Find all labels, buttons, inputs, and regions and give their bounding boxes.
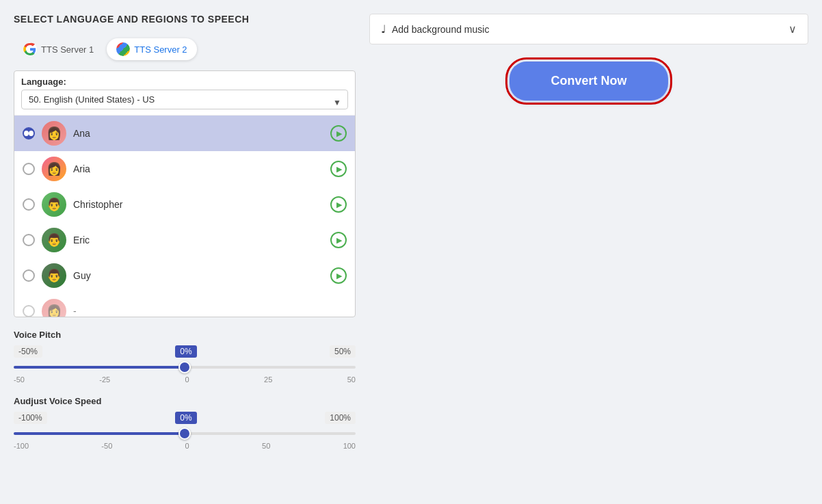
- play-btn-aria[interactable]: [330, 161, 347, 177]
- voice-pitch-section: Voice Pitch -50% 0% 50% -50 -25 0 25 50: [14, 330, 356, 384]
- left-panel: SELECT LANGUAGE AND REGIONS TO SPEECH TT…: [14, 14, 356, 490]
- voice-item-aria[interactable]: 👩 Aria: [14, 151, 355, 187]
- tts-server-2-label: TTS Server 2: [134, 44, 187, 55]
- voice-name-ana: Ana: [73, 128, 323, 139]
- voice-radio-ana: [23, 127, 35, 140]
- add-music-left: ♩ Add background music: [381, 23, 489, 36]
- voice-speed-track: [14, 432, 356, 435]
- voice-item-guy[interactable]: 👨 Guy: [14, 258, 355, 293]
- voice-radio-eric: [23, 234, 35, 246]
- voice-avatar-partial: 👩: [42, 299, 66, 317]
- convert-now-button[interactable]: Convert Now: [509, 62, 667, 101]
- voice-name-christopher: Christopher: [73, 199, 323, 210]
- voice-speed-section: Audjust Voice Speed -100% 0% 100% -100 -…: [14, 396, 356, 450]
- voice-name-eric: Eric: [73, 235, 323, 246]
- add-background-music-bar[interactable]: ♩ Add background music ∨: [369, 14, 808, 44]
- voice-pitch-max-badge: 50%: [330, 345, 356, 358]
- voice-avatar-guy: 👨: [42, 263, 66, 288]
- voice-avatar-eric: 👨: [42, 228, 66, 252]
- play-btn-guy[interactable]: [330, 267, 347, 284]
- language-select-wrapper: 50. English (United States) - US ▼: [14, 90, 355, 115]
- language-label: Language:: [14, 71, 355, 90]
- server-tabs: TTS Server 1 TTS Server 2: [14, 38, 356, 60]
- add-music-label: Add background music: [392, 24, 489, 35]
- voice-speed-slider-wrapper[interactable]: [14, 427, 356, 440]
- voice-speed-max-badge: 100%: [325, 412, 356, 424]
- voice-name-aria: Aria: [73, 163, 323, 174]
- voices-box: Language: 50. English (United States) - …: [14, 70, 356, 317]
- voice-speed-ticks: -100 -50 0 50 100: [14, 442, 356, 450]
- voice-name-guy: Guy: [73, 270, 323, 281]
- voice-pitch-thumb[interactable]: [178, 361, 191, 373]
- voice-pitch-current-badge: 0%: [175, 345, 196, 358]
- voice-speed-title: Audjust Voice Speed: [14, 396, 356, 406]
- voice-radio-partial: [23, 305, 35, 317]
- voice-pitch-title: Voice Pitch: [14, 330, 356, 340]
- voice-speed-current-badge: 0%: [175, 412, 196, 424]
- tts2-icon: [116, 42, 130, 56]
- play-btn-christopher[interactable]: [330, 196, 347, 213]
- voice-speed-fill: [14, 432, 185, 435]
- voice-pitch-fill: [14, 366, 185, 369]
- voice-avatar-aria: 👩: [42, 157, 66, 181]
- tts-server-1-label: TTS Server 1: [41, 44, 94, 55]
- chevron-down-icon: ∨: [788, 23, 797, 36]
- voice-pitch-min-badge: -50%: [14, 345, 42, 358]
- voice-pitch-slider-wrapper[interactable]: [14, 360, 356, 374]
- voice-list: 👩 Ana 👩 Aria 👨 Christopher: [14, 115, 355, 317]
- voice-radio-christopher: [23, 198, 35, 211]
- voice-speed-thumb[interactable]: [178, 427, 191, 440]
- right-panel: ♩ Add background music ∨ Convert Now: [369, 14, 808, 490]
- convert-btn-wrapper: Convert Now: [369, 62, 808, 101]
- language-select[interactable]: 50. English (United States) - US: [21, 90, 348, 109]
- play-btn-eric[interactable]: [330, 232, 347, 248]
- voice-pitch-labels: -50% 0% 50%: [14, 345, 356, 358]
- voice-pitch-ticks: -50 -25 0 25 50: [14, 375, 356, 384]
- voice-radio-aria: [23, 163, 35, 175]
- voice-item-partial[interactable]: 👩 -: [14, 293, 355, 317]
- google-icon: [23, 42, 37, 56]
- voice-avatar-christopher: 👨: [42, 192, 66, 217]
- tts-server-2-tab[interactable]: TTS Server 2: [107, 38, 196, 60]
- voice-item-christopher[interactable]: 👨 Christopher: [14, 187, 355, 222]
- tts-server-1-tab[interactable]: TTS Server 1: [14, 38, 103, 60]
- section-title: SELECT LANGUAGE AND REGIONS TO SPEECH: [14, 14, 356, 25]
- voice-item-eric[interactable]: 👨 Eric: [14, 222, 355, 258]
- play-btn-ana[interactable]: [330, 125, 347, 142]
- voice-pitch-track: [14, 366, 356, 369]
- voice-name-partial: -: [73, 306, 347, 317]
- voice-speed-labels: -100% 0% 100%: [14, 412, 356, 424]
- voice-radio-guy: [23, 269, 35, 282]
- voice-item-ana[interactable]: 👩 Ana: [14, 116, 355, 151]
- music-note-icon: ♩: [381, 23, 386, 36]
- voice-speed-min-badge: -100%: [14, 412, 47, 424]
- voice-avatar-ana: 👩: [42, 121, 66, 146]
